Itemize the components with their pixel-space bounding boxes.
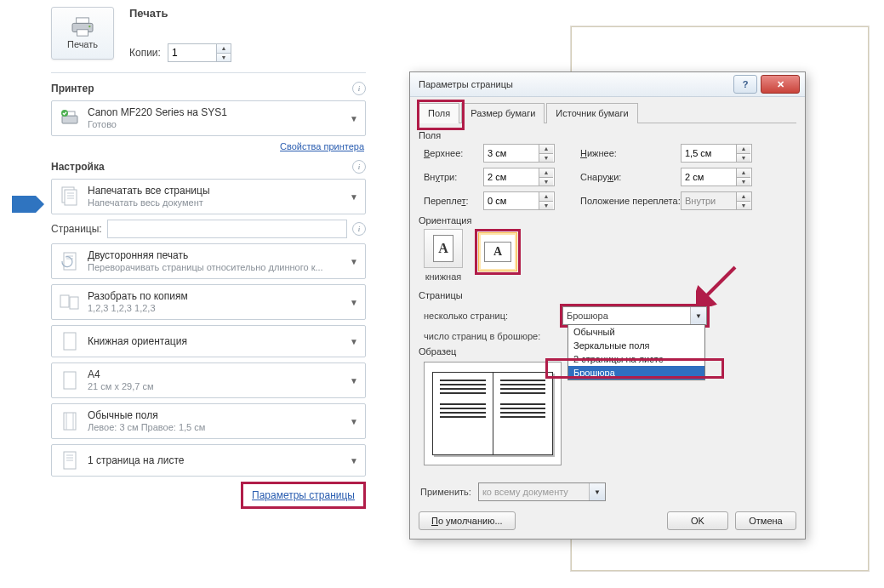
setting-icon [59,450,81,471]
multi-option[interactable]: Обычный [568,325,704,339]
settings-combo-2[interactable]: Разобрать по копиям1,2,3 1,2,3 1,2,3▼ [51,284,366,320]
svg-rect-15 [60,295,69,307]
chevron-down-icon: ▼ [350,417,358,426]
multi-option[interactable]: 2 страницы на листе [568,352,704,366]
svg-rect-2 [77,30,88,36]
print-backstage-panel: Печать Печать Копии: ▲ ▼ Принтер i [51,7,366,509]
printer-name: Canon MF220 Series на SYS1 [88,106,350,118]
multi-pages-value: Брошюра [567,311,608,321]
bottom-label: Нижнее: [580,148,681,158]
settings-combo-4[interactable]: A421 см x 29,7 см▼ [51,363,366,398]
orientation-highlight: A [475,229,521,275]
setting-line1: Двусторонняя печать [88,249,350,261]
setting-icon [59,293,81,311]
tab-0[interactable]: Поля [419,103,459,123]
copies-input[interactable] [168,44,216,61]
setting-line1: 1 страница на листе [88,454,350,466]
chevron-down-icon: ▼ [350,257,358,266]
sheets-label: число страниц в брошюре: [424,331,551,341]
sample-preview [424,362,562,465]
cancel-button[interactable]: Отмена [735,511,796,530]
close-button[interactable]: ✕ [761,75,800,94]
printer-properties-link[interactable]: Свойства принтера [51,141,364,151]
settings-combo-3[interactable]: Книжная ориентация▼ [51,325,366,357]
ok-button[interactable]: OK [667,511,728,530]
settings-combo-1[interactable]: Двусторонняя печатьПереворачивать страни… [51,243,366,279]
printer-combo[interactable]: Canon MF220 Series на SYS1 Готово ▼ [51,100,366,136]
setting-line1: Книжная ориентация [88,335,350,347]
setting-icon [59,331,81,351]
multi-option[interactable]: Зеркальные поля [568,339,704,352]
info-icon[interactable]: i [352,160,366,174]
chevron-down-icon: ▼ [350,337,358,346]
chevron-down-icon: ▼ [350,376,358,385]
default-button[interactable]: По умолчанию... [419,511,516,530]
page-setup-highlight: Параметры страницы [241,482,366,509]
pages-label: Страницы: [51,223,102,235]
chevron-down-icon: ▼ [589,483,605,500]
orientation-portrait[interactable]: A книжная [424,229,463,282]
info-icon[interactable]: i [352,82,366,95]
copies-down[interactable]: ▼ [217,54,231,62]
inside-field[interactable]: ▲▼ [483,168,555,186]
setting-line2: Переворачивать страницы относительно дли… [88,261,350,273]
bottom-field[interactable]: ▲▼ [681,144,752,163]
top-field[interactable]: ▲▼ [483,144,555,163]
chevron-down-icon: ▼ [350,192,358,202]
setting-line2: Напечатать весь документ [88,197,350,208]
svg-rect-16 [70,297,78,309]
gutter-pos-label: Положение переплета: [580,196,681,206]
apply-value: ко всему документу [482,487,568,497]
outside-field[interactable]: ▲▼ [681,168,752,186]
svg-rect-17 [64,333,76,350]
copies-stepper[interactable]: ▲ ▼ [168,43,231,62]
printer-heading: Принтер [51,83,94,94]
orientation-group: Ориентация [419,215,796,225]
gutter-pos-field: ▲▼ [681,191,752,210]
page-setup-link[interactable]: Параметры страницы [252,489,355,501]
chevron-down-icon: ▼ [690,307,706,324]
chevron-down-icon: ▼ [350,298,358,307]
dialog-titlebar[interactable]: Параметры страницы ? ✕ [410,72,805,97]
print-heading: Печать [129,7,366,20]
ribbon-pointer [12,196,36,213]
copies-up[interactable]: ▲ [217,44,231,54]
tab-1[interactable]: Размер бумаги [461,103,545,123]
printer-status: Готово [88,118,350,130]
pages-input[interactable] [107,220,347,238]
settings-combo-6[interactable]: 1 страница на листе▼ [51,444,366,477]
printer-icon [70,17,95,37]
multi-pages-dropdown[interactable]: Брошюра ▼ [562,306,707,325]
svg-rect-18 [64,372,76,389]
help-button[interactable]: ? [733,75,757,94]
setting-icon [59,411,81,431]
setting-icon [59,250,81,272]
gutter-label: Переплет: [424,196,483,206]
setting-line1: Напечатать все страницы [88,185,350,197]
settings-heading: Настройка [51,161,105,173]
setting-icon [59,370,81,391]
svg-rect-19 [64,413,76,430]
multi-pages-label: несколько страниц: [424,311,551,321]
dialog-title: Параметры страницы [419,79,730,89]
page-setup-dialog: Параметры страницы ? ✕ ПоляРазмер бумаги… [409,71,806,539]
chevron-down-icon: ▼ [350,456,358,465]
svg-point-3 [88,26,90,27]
settings-combo-5[interactable]: Обычные поляЛевое: 3 см Правое: 1,5 см▼ [51,403,366,439]
tab-2[interactable]: Источник бумаги [546,103,637,123]
svg-rect-8 [65,190,77,205]
multi-pages-options[interactable]: ОбычныйЗеркальные поля2 страницы на лист… [567,324,705,380]
chevron-down-icon: ▼ [350,114,358,123]
multi-option[interactable]: Брошюра [568,366,704,380]
apply-dropdown[interactable]: ко всему документу ▼ [478,482,606,501]
setting-line2: 21 см x 29,7 см [88,380,350,392]
setting-line1: Разобрать по копиям [88,290,350,302]
top-label: Верхнее: [424,148,483,158]
settings-combo-0[interactable]: Напечатать все страницыНапечатать весь д… [51,179,366,214]
orientation-landscape[interactable]: A [478,232,517,271]
setting-line2: 1,2,3 1,2,3 1,2,3 [88,302,350,314]
print-button[interactable]: Печать [51,7,114,60]
portrait-label: книжная [425,271,462,282]
info-icon[interactable]: i [352,222,366,236]
gutter-field[interactable]: ▲▼ [483,191,555,210]
